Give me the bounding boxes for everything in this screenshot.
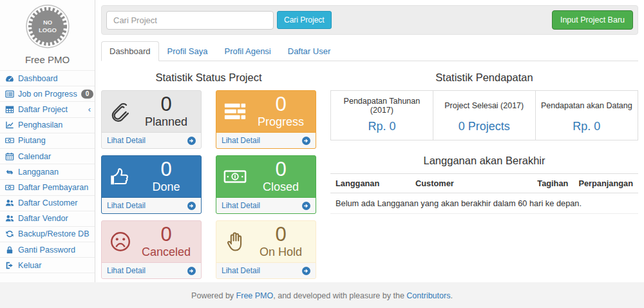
tab-profil-saya[interactable]: Profil Saya bbox=[159, 41, 216, 61]
sidebar-item-langganan[interactable]: Langganan bbox=[0, 164, 95, 180]
status-section: Statistik Status Project 0 Planned bbox=[101, 63, 316, 279]
income-section: Statistik Pendapatan Pendapatan Tahunan … bbox=[330, 63, 638, 279]
svg-text:NO: NO bbox=[43, 19, 52, 26]
calendar-icon bbox=[5, 152, 14, 161]
sidebar-item-daftar-project[interactable]: Daftar Project ‹ bbox=[0, 102, 95, 117]
contributors-link[interactable]: Contributors bbox=[406, 291, 450, 300]
free-pmo-link[interactable]: Free PMO bbox=[236, 291, 274, 300]
sidebar-item-ganti-password[interactable]: Ganti Password bbox=[0, 242, 95, 258]
arrow-circle-right-icon bbox=[187, 202, 196, 210]
income-value-cell: Rp. 0 bbox=[331, 117, 433, 140]
closed-detail-link[interactable]: Lihat Detail bbox=[216, 197, 316, 213]
status-card-canceled: 0 Canceled Lihat Detail bbox=[101, 220, 202, 279]
sidebar-item-label: Job on Progress bbox=[18, 90, 77, 99]
subscription-section-title: Langganan akan Berakhir bbox=[330, 155, 638, 167]
hand-paper-icon bbox=[223, 229, 252, 254]
done-detail-link[interactable]: Lihat Detail bbox=[102, 197, 201, 213]
income-value-cell: 0 Projects bbox=[433, 117, 535, 140]
users-icon bbox=[5, 198, 14, 207]
sidebar-item-label: Daftar Customer bbox=[18, 198, 77, 207]
canceled-count: 0 bbox=[138, 224, 194, 245]
column-header: Langganan bbox=[330, 174, 410, 193]
income-header-cell: Pendapatan Tahunan (2017) bbox=[331, 91, 433, 118]
column-header: Customer bbox=[410, 174, 531, 193]
income-stats-table: Pendapatan Tahunan (2017) Project Selesa… bbox=[330, 90, 638, 140]
footer-text: Powered by bbox=[191, 291, 236, 300]
planned-detail-link[interactable]: Lihat Detail bbox=[102, 132, 201, 148]
on-hold-detail-link[interactable]: Lihat Detail bbox=[216, 262, 316, 278]
arrow-circle-right-icon bbox=[302, 137, 310, 145]
empty-subscriptions-message: Belum ada Langganan yang akan berakhir d… bbox=[330, 193, 638, 214]
planned-label: Planned bbox=[138, 115, 194, 129]
footer-text: , and developed with pleasure by the bbox=[273, 291, 406, 300]
table-icon bbox=[5, 105, 14, 114]
main-content: Cari Project Input Project Baru Dashboar… bbox=[95, 0, 644, 282]
search-bar: Cari Project Input Project Baru bbox=[101, 5, 638, 35]
sidebar-item-label: Piutang bbox=[18, 136, 46, 145]
users-icon bbox=[5, 214, 14, 223]
sidebar-item-label: Ganti Password bbox=[18, 245, 75, 255]
sidebar-item-daftar-customer[interactable]: Daftar Customer bbox=[0, 196, 95, 211]
tab-profil-agensi[interactable]: Profil Agensi bbox=[216, 41, 279, 61]
search-input[interactable] bbox=[106, 11, 274, 30]
status-card-done: 0 Done Lihat Detail bbox=[101, 155, 202, 214]
on-hold-count: 0 bbox=[252, 224, 309, 245]
sidebar-item-dashboard[interactable]: Dashboard bbox=[0, 71, 95, 86]
frown-icon bbox=[108, 229, 138, 254]
tab-bar: Dashboard Profil Saya Profil Agensi Daft… bbox=[101, 41, 638, 61]
lock-icon bbox=[5, 245, 14, 255]
sidebar-item-keluar[interactable]: Keluar bbox=[0, 258, 95, 273]
sidebar-item-calendar[interactable]: Calendar bbox=[0, 149, 95, 164]
sidebar-item-label: Daftar Project bbox=[18, 105, 68, 114]
sidebar-item-piutang[interactable]: Piutang bbox=[0, 133, 95, 149]
sidebar-item-label: Calendar bbox=[18, 152, 51, 161]
subscription-table: Langganan Customer Tagihan Perpanjangan … bbox=[330, 173, 638, 214]
chart-line-icon bbox=[5, 120, 14, 130]
thumbs-up-icon bbox=[108, 164, 138, 189]
logo-area: NO LOGO Free PMO bbox=[0, 0, 95, 70]
sidebar-item-job-on-progress[interactable]: Job on Progress 0 bbox=[0, 86, 95, 102]
sidebar-item-penghasilan[interactable]: Penghasilan bbox=[0, 118, 95, 133]
app-window: NO LOGO Free PMO Dashboard Job on Progre… bbox=[0, 0, 644, 282]
tasks-icon bbox=[223, 99, 252, 124]
progress-detail-link[interactable]: Lihat Detail bbox=[216, 132, 316, 148]
sidebar-item-label: Langganan bbox=[18, 168, 59, 177]
money-icon bbox=[5, 183, 14, 192]
search-button[interactable]: Cari Project bbox=[277, 11, 332, 29]
status-card-on-hold: 0 On Hold Lihat Detail bbox=[216, 220, 316, 279]
table-row: Belum ada Langganan yang akan berakhir d… bbox=[330, 193, 638, 214]
svg-text:LOGO: LOGO bbox=[39, 26, 57, 34]
sidebar-item-daftar-vendor[interactable]: Daftar Vendor bbox=[0, 211, 95, 227]
refresh-icon bbox=[5, 229, 14, 238]
page-footer: Powered by Free PMO, and developed with … bbox=[0, 282, 644, 308]
sidebar-item-label: Penghasilan bbox=[18, 120, 62, 130]
canceled-detail-link[interactable]: Lihat Detail bbox=[102, 262, 201, 278]
column-header: Perpanjangan bbox=[573, 174, 638, 193]
arrow-circle-right-icon bbox=[187, 267, 196, 275]
list-icon bbox=[5, 90, 14, 99]
canceled-label: Canceled bbox=[138, 245, 194, 259]
money-icon bbox=[5, 136, 14, 145]
on-hold-label: On Hold bbox=[252, 245, 309, 259]
no-logo-seal-icon: NO LOGO bbox=[24, 3, 71, 50]
tab-daftar-user[interactable]: Daftar User bbox=[279, 41, 339, 61]
closed-count: 0 bbox=[252, 159, 309, 180]
income-header-cell: Pendapatan akan Datang bbox=[535, 91, 638, 118]
sidebar-item-label: Keluar bbox=[18, 261, 41, 270]
sidebar-item-backup-restore-db[interactable]: Backup/Restore DB bbox=[0, 227, 95, 242]
status-section-title: Statistik Status Project bbox=[101, 72, 316, 84]
sidebar-item-daftar-pembayaran[interactable]: Daftar Pembayaran bbox=[0, 180, 95, 195]
tab-dashboard[interactable]: Dashboard bbox=[101, 41, 159, 61]
arrow-circle-right-icon bbox=[187, 137, 196, 145]
sidebar-item-label: Daftar Vendor bbox=[18, 214, 68, 223]
planned-count: 0 bbox=[138, 94, 194, 115]
status-card-closed: 0 Closed Lihat Detail bbox=[216, 155, 316, 214]
chevron-left-icon: ‹ bbox=[88, 104, 91, 114]
column-header: Tagihan bbox=[531, 174, 574, 193]
income-header-cell: Project Selesai (2017) bbox=[433, 91, 535, 118]
brand-name: Free PMO bbox=[0, 54, 95, 65]
progress-count: 0 bbox=[252, 94, 309, 115]
arrow-circle-right-icon bbox=[302, 267, 310, 275]
status-card-planned: 0 Planned Lihat Detail bbox=[101, 90, 202, 149]
new-project-button[interactable]: Input Project Baru bbox=[552, 10, 633, 30]
